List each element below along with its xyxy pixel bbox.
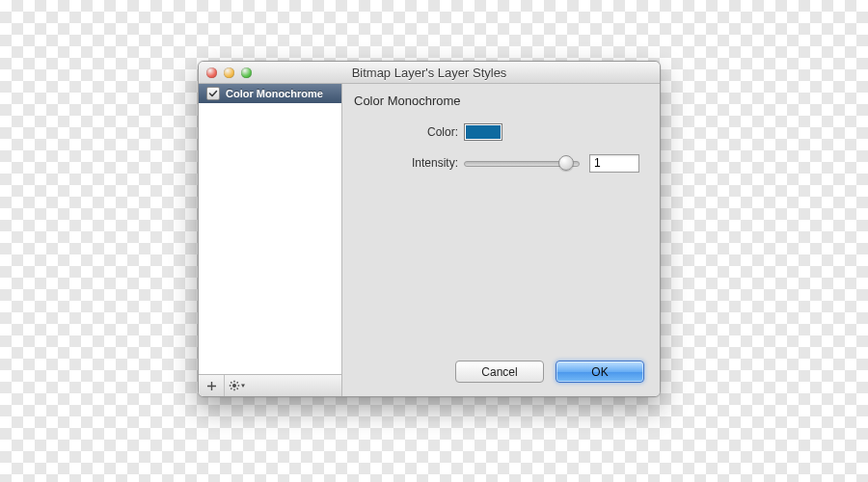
settings-form: Color: Intensity: <box>342 112 660 181</box>
color-row: Color: <box>342 120 660 145</box>
color-swatch[interactable] <box>464 123 502 141</box>
window-title: Bitmap Layer's Layer Styles <box>199 66 660 80</box>
styles-sidebar: Color Monochrome <box>199 84 342 396</box>
intensity-label: Intensity: <box>342 156 464 170</box>
ok-button[interactable]: OK <box>556 361 644 383</box>
add-style-button[interactable] <box>199 375 225 396</box>
panel-title: Color Monochrome <box>342 84 660 112</box>
svg-line-6 <box>237 388 238 389</box>
gear-icon <box>229 380 246 391</box>
style-actions-button[interactable] <box>225 375 250 396</box>
slider-thumb[interactable] <box>558 155 574 171</box>
titlebar[interactable]: Bitmap Layer's Layer Styles <box>199 62 660 84</box>
intensity-input[interactable] <box>589 154 639 173</box>
sidebar-item-label: Color Monochrome <box>226 88 323 99</box>
zoom-button[interactable] <box>241 67 252 78</box>
window-controls <box>199 67 252 78</box>
dialog-buttons: Cancel OK <box>455 361 644 383</box>
intensity-slider[interactable] <box>464 155 580 171</box>
intensity-row: Intensity: <box>342 150 660 175</box>
style-enabled-checkbox[interactable] <box>206 87 220 100</box>
svg-point-0 <box>232 384 236 388</box>
minimize-button[interactable] <box>224 67 234 78</box>
cancel-button[interactable]: Cancel <box>455 361 544 383</box>
window-body: Color Monochrome <box>199 84 660 396</box>
layer-styles-window: Bitmap Layer's Layer Styles Color Monoch… <box>198 61 661 397</box>
color-label: Color: <box>342 125 464 139</box>
checkmark-icon <box>208 89 218 98</box>
svg-line-8 <box>237 382 238 383</box>
sidebar-item-color-monochrome[interactable]: Color Monochrome <box>199 84 341 103</box>
chevron-down-icon <box>241 385 245 388</box>
style-settings-panel: Color Monochrome Color: Intensity: Cance <box>342 84 660 396</box>
svg-line-7 <box>231 388 231 389</box>
plus-icon <box>206 381 217 391</box>
svg-line-5 <box>231 382 231 383</box>
styles-list: Color Monochrome <box>199 84 341 374</box>
sidebar-footer <box>199 374 341 396</box>
close-button[interactable] <box>206 67 217 78</box>
